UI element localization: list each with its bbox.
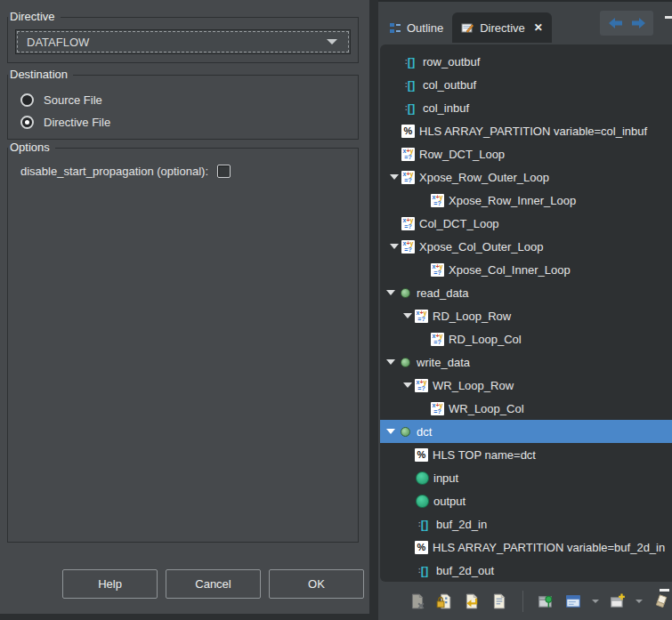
directive-icon bbox=[461, 21, 474, 34]
tree-row[interactable]: x+y=?Xpose_Row_Outer_Loop bbox=[380, 165, 672, 189]
tree-row[interactable]: output bbox=[380, 489, 672, 512]
toolbar-separator bbox=[522, 591, 523, 612]
tree-row[interactable]: x+y=?Col_DCT_Loop bbox=[380, 212, 672, 235]
back-arrow-icon[interactable] bbox=[608, 17, 624, 29]
expand-arrow-icon[interactable] bbox=[401, 313, 415, 318]
tree-row[interactable]: %HLS TOP name=dct bbox=[380, 443, 672, 466]
tree-row-label: Row_DCT_Loop bbox=[419, 148, 505, 161]
destination-group-label: Destination bbox=[8, 68, 73, 81]
tree-row[interactable]: write_data bbox=[380, 350, 672, 374]
tree-nav-controls bbox=[600, 11, 653, 36]
tree-row-label: buf_2d_in bbox=[436, 518, 487, 531]
loop-icon: x+y=? bbox=[415, 379, 428, 392]
window-bottom-edge bbox=[0, 614, 369, 620]
dropdown-arrow-icon[interactable] bbox=[592, 600, 599, 603]
loop-icon: x+y=? bbox=[431, 333, 444, 346]
source-file-label: Source File bbox=[44, 93, 102, 107]
tab-outline[interactable]: Outline bbox=[380, 12, 452, 43]
tree-row[interactable]: :[]col_inbuf bbox=[380, 96, 672, 119]
cancel-button[interactable]: Cancel bbox=[166, 569, 261, 599]
tree-row[interactable]: %HLS ARRAY_PARTITION variable=buf_2d_in bbox=[380, 535, 672, 559]
tree-row-label: Col_DCT_Loop bbox=[419, 217, 499, 230]
tree-row[interactable]: x+y=?Xpose_Row_Inner_Loop bbox=[380, 189, 672, 212]
expand-arrow-icon[interactable] bbox=[387, 244, 401, 249]
tree-row[interactable]: %HLS ARRAY_PARTITION variable=col_inbuf bbox=[380, 119, 672, 142]
tree-row[interactable]: x+y=?RD_Loop_Col bbox=[380, 327, 672, 350]
tree-row-label: row_outbuf bbox=[423, 55, 480, 68]
source-file-radio[interactable] bbox=[20, 93, 34, 107]
link-with-editor-icon[interactable] bbox=[461, 591, 482, 612]
array-icon: :[] bbox=[401, 55, 418, 68]
editor-view-icon[interactable] bbox=[563, 591, 584, 612]
percent-icon: % bbox=[415, 541, 428, 554]
pin-editor-icon[interactable] bbox=[536, 591, 557, 612]
new-view-icon[interactable] bbox=[607, 591, 628, 612]
view-tab-bar: Outline Directive ✕ bbox=[378, 2, 672, 43]
loop-icon: x+y=? bbox=[431, 194, 444, 207]
tree-row[interactable]: x+y=?Xpose_Col_Outer_Loop bbox=[380, 235, 672, 258]
tree-row[interactable]: :[]buf_2d_in bbox=[380, 512, 672, 535]
loop-icon: x+y=? bbox=[401, 171, 415, 184]
func-icon bbox=[398, 427, 412, 437]
tree-row[interactable]: x+y=?WR_Loop_Row bbox=[380, 374, 672, 397]
pane-divider[interactable] bbox=[369, 0, 378, 620]
expand-arrow-icon[interactable] bbox=[387, 174, 401, 180]
tree-row-label: write_data bbox=[417, 356, 470, 369]
directive-type-value: DATAFLOW bbox=[27, 36, 89, 49]
tree-row[interactable]: :[]col_outbuf bbox=[380, 73, 672, 96]
toolbar-control-partial[interactable] bbox=[660, 589, 669, 592]
tree-row-label: dct bbox=[417, 425, 432, 439]
tree-row[interactable]: x+y=?WR_Loop_Col bbox=[380, 397, 672, 420]
disable-start-propagation-row: disable_start_propagation (optional): bbox=[8, 165, 358, 178]
tree-row-label: WR_Loop_Col bbox=[449, 402, 524, 415]
func-icon bbox=[398, 358, 412, 367]
clear-eraser-icon[interactable] bbox=[651, 591, 672, 612]
tree-row-label: WR_Loop_Row bbox=[433, 379, 514, 392]
directive-editor-dialog: Directive DATAFLOW Destination Source Fi… bbox=[0, 0, 369, 620]
expand-arrow-icon[interactable] bbox=[384, 359, 398, 365]
ok-button[interactable]: OK bbox=[269, 569, 364, 599]
tree-row-label: col_inbuf bbox=[423, 101, 469, 115]
document-icon[interactable] bbox=[489, 591, 510, 612]
tree-row[interactable]: :[]buf_2d_out bbox=[380, 559, 672, 582]
tree-row[interactable]: input bbox=[380, 466, 672, 489]
disable-start-propagation-label: disable_start_propagation (optional): bbox=[20, 165, 208, 178]
percent-icon: % bbox=[401, 125, 415, 138]
expand-arrow-icon[interactable] bbox=[384, 429, 398, 434]
tree-row-label: RD_Loop_Col bbox=[449, 333, 522, 346]
tree-row[interactable]: x+y=?Xpose_Col_Inner_Loop bbox=[380, 258, 672, 281]
source-file-option[interactable]: Source File bbox=[8, 89, 358, 111]
tree-row-label: buf_2d_out bbox=[436, 564, 494, 577]
tree-row[interactable]: x+y=?RD_Loop_Row bbox=[380, 304, 672, 327]
loop-icon: x+y=? bbox=[401, 240, 415, 254]
percent-icon: % bbox=[415, 448, 428, 462]
directive-file-radio[interactable] bbox=[20, 116, 34, 129]
expand-arrow-icon[interactable] bbox=[401, 382, 415, 388]
tree-row-label: HLS ARRAY_PARTITION variable=col_inbuf bbox=[419, 125, 647, 138]
tree-row[interactable]: read_data bbox=[380, 281, 672, 304]
disable-start-propagation-checkbox[interactable] bbox=[217, 165, 231, 178]
options-group: Options disable_start_propagation (optio… bbox=[7, 141, 359, 543]
tree-row-label: HLS ARRAY_PARTITION variable=buf_2d_in bbox=[433, 541, 665, 554]
dropdown-arrow-icon[interactable] bbox=[636, 600, 643, 603]
close-icon[interactable]: ✕ bbox=[534, 21, 543, 34]
loop-icon: x+y=? bbox=[401, 148, 415, 161]
tree-row[interactable]: dct bbox=[380, 420, 672, 443]
array-icon: :[] bbox=[401, 101, 418, 115]
tree-row-label: col_outbuf bbox=[423, 78, 476, 92]
tab-directive[interactable]: Directive ✕ bbox=[452, 12, 552, 43]
forward-arrow-icon[interactable] bbox=[630, 17, 646, 29]
window-control-partial[interactable] bbox=[665, 16, 672, 19]
help-button[interactable]: Help bbox=[62, 569, 158, 599]
directive-type-dropdown[interactable]: DATAFLOW bbox=[15, 29, 351, 54]
directive-group: Directive DATAFLOW bbox=[7, 11, 359, 63]
tree-row[interactable]: x+y=?Row_DCT_Loop bbox=[380, 142, 672, 165]
tree-row[interactable]: :[]row_outbuf bbox=[380, 50, 672, 73]
func-icon bbox=[398, 288, 412, 298]
tab-directive-label: Directive bbox=[480, 21, 525, 35]
expand-arrow-icon[interactable] bbox=[384, 290, 398, 295]
directive-file-option[interactable]: Directive File bbox=[8, 111, 358, 133]
remove-directive-icon[interactable] bbox=[407, 591, 428, 612]
lock-document-icon[interactable] bbox=[434, 591, 456, 612]
chevron-down-icon bbox=[327, 39, 337, 44]
